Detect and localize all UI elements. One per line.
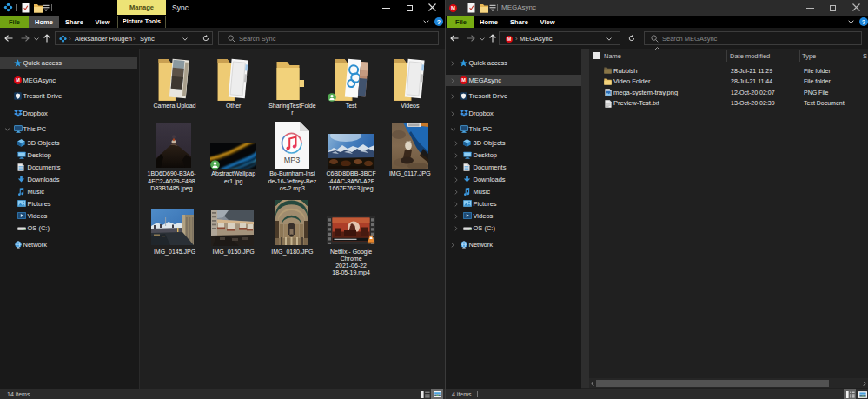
- svg-text:MP3: MP3: [284, 156, 301, 164]
